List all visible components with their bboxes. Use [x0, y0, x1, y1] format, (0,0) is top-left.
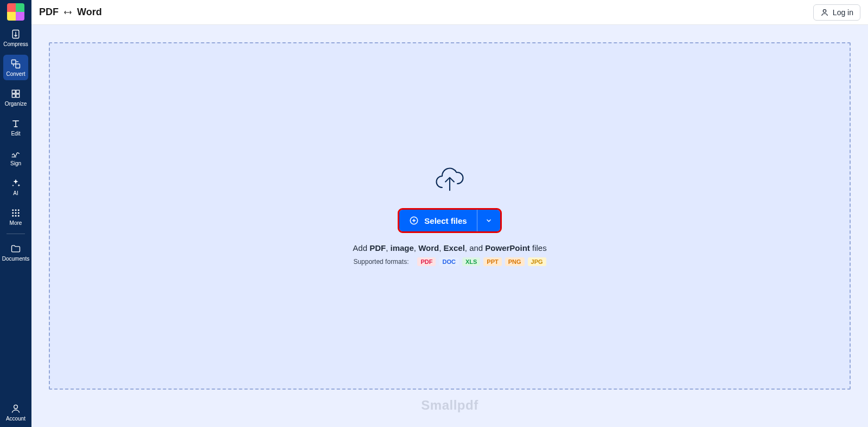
- sidebar-item-label: Account: [6, 416, 25, 422]
- fmt-image: image: [391, 243, 414, 253]
- format-tag-ppt: PPT: [483, 257, 501, 266]
- svg-point-7: [12, 209, 14, 211]
- supported-formats: Supported formats: PDFDOCXLSPPTPNGJPG: [353, 258, 546, 266]
- main: PDF Word Log in: [31, 0, 868, 427]
- page-title: PDF Word: [39, 7, 102, 18]
- add-suffix: files: [530, 243, 547, 253]
- svg-point-10: [12, 212, 14, 214]
- sidebar-item-label: Documents: [2, 256, 30, 262]
- svg-point-15: [18, 215, 20, 217]
- svg-rect-4: [16, 90, 20, 93]
- select-files-caret[interactable]: [477, 210, 500, 231]
- svg-point-8: [15, 209, 17, 211]
- fmt-pdf: PDF: [369, 243, 386, 253]
- supported-label: Supported formats:: [353, 258, 409, 266]
- sidebar-item-label: Compress: [3, 42, 28, 47]
- organize-icon: [10, 88, 22, 100]
- sidebar-item-edit[interactable]: Edit: [3, 114, 28, 140]
- fmt-word: Word: [418, 243, 439, 253]
- svg-point-11: [15, 212, 17, 214]
- sidebar-item-label: Edit: [11, 131, 20, 137]
- sidebar-item-organize[interactable]: Organize: [3, 85, 28, 110]
- svg-rect-6: [16, 94, 20, 98]
- svg-point-14: [15, 215, 17, 217]
- svg-rect-1: [12, 60, 16, 64]
- cloud-upload-icon: [435, 166, 465, 193]
- login-label: Log in: [833, 8, 853, 17]
- svg-rect-5: [12, 94, 15, 98]
- format-tag-png: PNG: [505, 257, 525, 266]
- sidebar-item-label: More: [10, 221, 22, 226]
- sidebar-item-label: Organize: [5, 101, 27, 107]
- sidebar-item-compress[interactable]: Compress: [3, 25, 28, 50]
- user-icon: [10, 403, 22, 415]
- sparkles-icon: [10, 177, 22, 189]
- convert-icon: [10, 58, 22, 70]
- sidebar-item-account[interactable]: Account: [0, 403, 31, 422]
- sidebar-item-label: Sign: [10, 161, 21, 166]
- plus-circle-icon: [409, 216, 419, 225]
- format-tag-xls: XLS: [462, 257, 480, 266]
- select-files-button[interactable]: Select files: [399, 210, 476, 231]
- folder-icon: [10, 243, 22, 255]
- svg-point-13: [12, 215, 14, 217]
- add-hint: Add PDF, image, Word, Excel, and PowerPo…: [353, 243, 546, 253]
- title-from: PDF: [39, 7, 59, 18]
- add-prefix: Add: [353, 243, 369, 253]
- format-tag-pdf: PDF: [417, 257, 436, 266]
- sidebar-item-more[interactable]: More: [3, 204, 28, 229]
- svg-rect-2: [16, 64, 20, 68]
- content: Select files Add PDF, image, Word, Excel…: [31, 25, 868, 427]
- sidebar-nav: Compress Convert Organize Edit: [0, 25, 31, 269]
- file-dropzone[interactable]: Select files Add PDF, image, Word, Excel…: [49, 42, 851, 390]
- sidebar-item-documents[interactable]: Documents: [3, 240, 28, 265]
- login-button[interactable]: Log in: [813, 4, 860, 21]
- sidebar-item-label: Convert: [6, 72, 25, 77]
- text-icon: [10, 118, 22, 130]
- select-files-group: Select files: [399, 210, 500, 231]
- sidebar-item-label: AI: [13, 191, 18, 196]
- format-tag-doc: DOC: [439, 257, 458, 266]
- svg-point-9: [18, 209, 20, 211]
- sidebar: Compress Convert Organize Edit: [0, 0, 31, 427]
- brand-watermark: Smallpdf: [31, 398, 868, 413]
- fmt-ppt: PowerPoint: [485, 243, 530, 253]
- format-tag-jpg: JPG: [528, 257, 546, 266]
- grid-icon: [10, 207, 22, 219]
- sidebar-item-ai[interactable]: AI: [3, 174, 28, 199]
- svg-point-12: [18, 212, 20, 214]
- brand-logo[interactable]: [7, 3, 24, 21]
- sidebar-item-convert[interactable]: Convert: [3, 55, 28, 80]
- sign-icon: [10, 147, 22, 159]
- title-to: Word: [77, 7, 102, 18]
- sidebar-divider: [7, 234, 25, 234]
- chevron-down-icon: [485, 217, 493, 224]
- svg-point-17: [823, 9, 826, 12]
- bidirectional-arrow-icon: [63, 10, 72, 15]
- header: PDF Word Log in: [31, 0, 868, 25]
- fmt-excel: Excel: [444, 243, 465, 253]
- select-files-label: Select files: [424, 216, 467, 225]
- svg-rect-3: [12, 90, 15, 93]
- svg-point-16: [14, 405, 18, 409]
- sidebar-item-sign[interactable]: Sign: [3, 144, 28, 170]
- compress-icon: [10, 28, 22, 40]
- user-icon: [820, 8, 829, 17]
